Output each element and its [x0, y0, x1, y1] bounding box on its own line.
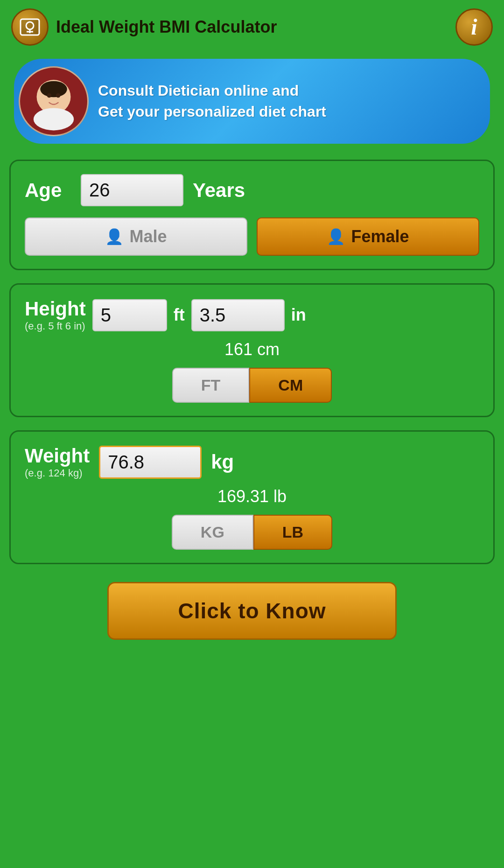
- height-label: Height: [25, 298, 86, 320]
- height-converted: 161 cm: [25, 340, 479, 359]
- weight-row: Weight (e.g. 124 kg) kg: [25, 445, 479, 479]
- info-icon-label: i: [471, 16, 477, 38]
- height-unit-toggle: FT CM: [25, 368, 479, 403]
- male-icon: 👤: [105, 228, 124, 245]
- in-unit-label: in: [291, 305, 306, 325]
- gender-row: 👤 Male 👤 Female: [25, 217, 479, 256]
- weight-card: Weight (e.g. 124 kg) kg 169.31 lb KG LB: [9, 430, 495, 564]
- female-button[interactable]: 👤 Female: [257, 217, 479, 256]
- female-label: Female: [351, 227, 409, 246]
- height-card: Height (e.g. 5 ft 6 in) ft in 161 cm FT …: [9, 283, 495, 417]
- weight-converted: 169.31 lb: [25, 487, 479, 506]
- dietician-banner[interactable]: Consult Dietician online and Get your pe…: [14, 59, 490, 144]
- weight-label-block: Weight (e.g. 124 kg): [25, 445, 90, 479]
- app-logo-icon: [11, 8, 49, 46]
- svg-point-9: [56, 93, 61, 98]
- age-unit: Years: [193, 179, 245, 202]
- app-header: Ideal Weight BMI Calculator i: [0, 0, 504, 54]
- height-ft-input[interactable]: [92, 299, 167, 331]
- age-label: Age: [25, 179, 71, 202]
- height-inputs-row: Height (e.g. 5 ft 6 in) ft in: [25, 298, 479, 332]
- height-sublabel: (e.g. 5 ft 6 in): [25, 320, 86, 332]
- height-label-block: Height (e.g. 5 ft 6 in): [25, 298, 86, 332]
- svg-point-7: [40, 81, 67, 98]
- banner-text: Consult Dietician online and Get your pe…: [98, 80, 326, 122]
- age-card: Age Years 👤 Male 👤 Female: [9, 160, 495, 270]
- height-cm-btn[interactable]: CM: [249, 368, 332, 403]
- weight-lb-btn[interactable]: LB: [253, 515, 332, 550]
- age-row: Age Years: [25, 174, 479, 206]
- weight-unit-toggle: KG LB: [25, 515, 479, 550]
- svg-point-8: [47, 93, 52, 98]
- click-to-know-button[interactable]: Click to Know: [107, 582, 397, 640]
- dietician-avatar: [19, 66, 89, 136]
- weight-label: Weight: [25, 445, 90, 467]
- weight-unit: kg: [211, 451, 234, 473]
- weight-sublabel: (e.g. 124 kg): [25, 467, 90, 479]
- header-left: Ideal Weight BMI Calculator: [11, 8, 277, 46]
- app-title: Ideal Weight BMI Calculator: [56, 17, 277, 37]
- male-button[interactable]: 👤 Male: [25, 217, 247, 256]
- male-label: Male: [129, 227, 167, 246]
- svg-point-10: [34, 108, 74, 130]
- height-ft-btn[interactable]: FT: [172, 368, 250, 403]
- weight-input[interactable]: [99, 446, 202, 479]
- info-button[interactable]: i: [455, 8, 493, 46]
- female-icon: 👤: [327, 228, 345, 245]
- weight-kg-btn[interactable]: KG: [172, 515, 253, 550]
- height-in-input[interactable]: [191, 299, 285, 331]
- age-input[interactable]: [81, 174, 183, 206]
- ft-unit-label: ft: [174, 305, 185, 325]
